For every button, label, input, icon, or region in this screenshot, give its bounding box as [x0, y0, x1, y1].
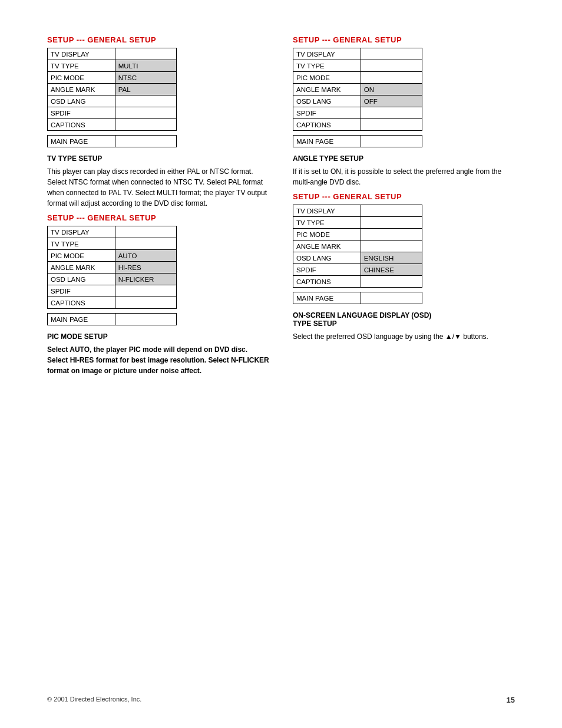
left-t2-r7-label: CAPTIONS	[48, 297, 115, 309]
footer-copyright: © 2001 Directed Electronics, Inc.	[47, 696, 141, 704]
left-subsection1-title: TV TYPE SETUP	[47, 154, 269, 163]
left-t2-r6-value	[115, 285, 176, 297]
right-section2-title: SETUP --- GENERAL SETUP	[293, 192, 515, 201]
right-t1-r6-label: SPDIF	[293, 107, 361, 119]
left-t1-r6-value	[115, 107, 176, 119]
left-t2-r3-value: AUTO	[115, 250, 176, 262]
right-t1-r2-label: TV TYPE	[293, 60, 361, 72]
left-subsection2-body: Select AUTO, the player PIC mode will de…	[47, 344, 269, 376]
left-table2: TV DISPLAY TV TYPE PIC MODEAUTO ANGLE MA…	[47, 226, 177, 325]
left-t2-r5-value: N-FLICKER	[115, 274, 176, 285]
left-t2-r7-value	[115, 297, 176, 309]
left-t1-r3-label: PIC MODE	[48, 72, 115, 84]
left-t1-r9-label: MAIN PAGE	[48, 136, 115, 147]
left-t1-r9-value	[115, 136, 176, 147]
left-section2-title: SETUP --- GENERAL SETUP	[47, 213, 269, 222]
left-t2-r1-label: TV DISPLAY	[48, 226, 115, 238]
right-t1-r6-value	[361, 107, 422, 119]
right-t2-r3-value	[361, 229, 422, 241]
left-t2-r5-label: OSD LANG	[48, 274, 115, 285]
right-t2-r9-label: MAIN PAGE	[293, 292, 361, 304]
left-t1-r6-label: SPDIF	[48, 107, 115, 119]
left-t2-r4-label: ANGLE MARK	[48, 262, 115, 274]
right-subsection1-title: ANGLE TYPE SETUP	[293, 154, 515, 163]
right-t1-r9-label: MAIN PAGE	[293, 136, 361, 147]
left-t2-r2-label: TV TYPE	[48, 238, 115, 250]
left-t1-r7-label: CAPTIONS	[48, 119, 115, 131]
right-table2: TV DISPLAY TV TYPE PIC MODE ANGLE MARK O…	[293, 205, 422, 304]
right-t2-r3-label: PIC MODE	[293, 229, 361, 241]
right-t1-r1-label: TV DISPLAY	[293, 48, 361, 60]
left-t2-r3-label: PIC MODE	[48, 250, 115, 262]
left-subsection2-title: PIC MODE SETUP	[47, 332, 269, 341]
left-t2-r4-value: HI-RES	[115, 262, 176, 274]
page-number: 15	[507, 696, 515, 704]
left-subsection1-body: This player can play discs recorded in e…	[47, 166, 269, 209]
left-t1-r1-label: TV DISPLAY	[48, 48, 115, 60]
left-t1-r1-value	[115, 48, 176, 60]
right-t1-r7-label: CAPTIONS	[293, 119, 361, 131]
right-t2-r6-value: CHINESE	[361, 264, 422, 276]
right-t2-r7-value	[361, 276, 422, 288]
right-t2-r4-label: ANGLE MARK	[293, 241, 361, 252]
left-column: SETUP --- GENERAL SETUP TV DISPLAY TV TY…	[47, 35, 269, 381]
left-t1-r4-label: ANGLE MARK	[48, 84, 115, 95]
right-t2-r2-value	[361, 217, 422, 229]
left-t2-r2-value	[115, 238, 176, 250]
right-table1: TV DISPLAY TV TYPE PIC MODE ANGLE MARKON…	[293, 48, 422, 147]
left-t1-r5-label: OSD LANG	[48, 95, 115, 107]
right-t2-r4-value	[361, 241, 422, 252]
right-t1-r5-label: OSD LANG	[293, 95, 361, 107]
left-t1-r2-label: TV TYPE	[48, 60, 115, 72]
left-t2-r9-label: MAIN PAGE	[48, 314, 115, 325]
right-t1-r1-value	[361, 48, 422, 60]
right-t2-r2-label: TV TYPE	[293, 217, 361, 229]
right-t2-r9-value	[361, 292, 422, 304]
left-t1-r7-value	[115, 119, 176, 131]
right-subsection2-body: Select the preferred OSD language by usi…	[293, 331, 515, 342]
footer: © 2001 Directed Electronics, Inc. 15	[47, 696, 515, 704]
left-table1: TV DISPLAY TV TYPEMULTI PIC MODENTSC ANG…	[47, 48, 177, 147]
left-t1-r3-value: NTSC	[115, 72, 176, 84]
right-t2-r1-value	[361, 205, 422, 217]
right-t1-r3-label: PIC MODE	[293, 72, 361, 84]
right-t2-r6-label: SPDIF	[293, 264, 361, 276]
right-t1-r9-value	[361, 136, 422, 147]
left-t1-r2-value: MULTI	[115, 60, 176, 72]
right-t1-r7-value	[361, 119, 422, 131]
right-t2-r5-value: ENGLISH	[361, 252, 422, 264]
right-subsection2-title: ON-SCREEN LANGUAGE DISPLAY (OSD) TYPE SE…	[293, 311, 515, 328]
right-t1-r2-value	[361, 60, 422, 72]
right-section1-title: SETUP --- GENERAL SETUP	[293, 35, 515, 44]
right-t2-r1-label: TV DISPLAY	[293, 205, 361, 217]
right-t1-r3-value	[361, 72, 422, 84]
right-t2-r7-label: CAPTIONS	[293, 276, 361, 288]
right-t1-r4-label: ANGLE MARK	[293, 84, 361, 95]
left-t2-r1-value	[115, 226, 176, 238]
left-t1-r4-value: PAL	[115, 84, 176, 95]
right-t1-r4-value: ON	[361, 84, 422, 95]
left-section1-title: SETUP --- GENERAL SETUP	[47, 35, 269, 44]
right-t1-r5-value: OFF	[361, 95, 422, 107]
right-subsection1-body: If it is set to ON, it is possible to se…	[293, 166, 515, 187]
left-t1-r5-value	[115, 95, 176, 107]
right-t2-r5-label: OSD LANG	[293, 252, 361, 264]
left-t2-r9-value	[115, 314, 176, 325]
left-t2-r6-label: SPDIF	[48, 285, 115, 297]
right-column: SETUP --- GENERAL SETUP TV DISPLAY TV TY…	[293, 35, 515, 381]
